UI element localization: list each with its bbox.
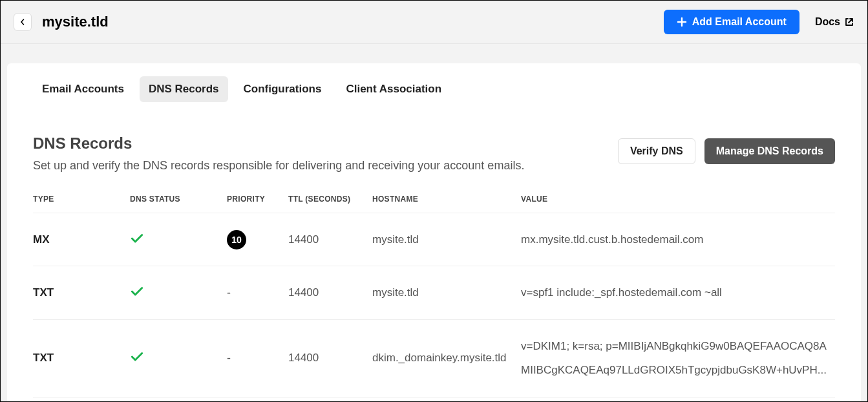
type-cell: TXT: [33, 352, 130, 365]
value-cell: mx.mysite.tld.cust.b.hostedemail.com: [521, 227, 835, 251]
hostname-cell: dkim._domainkey.mysite.tld: [372, 346, 521, 370]
ttl-cell: 14400: [288, 233, 372, 246]
section-header: DNS Records Set up and verify the DNS re…: [33, 134, 835, 173]
col-priority: PRIORITY: [227, 195, 288, 204]
priority-cell: 10: [227, 230, 288, 249]
priority-cell: -: [227, 352, 288, 365]
ttl-cell: 14400: [288, 286, 372, 299]
col-status: DNS STATUS: [130, 195, 227, 204]
table-row: TXT - 14400 dkim._domainkey.mysite.tld v…: [33, 320, 835, 397]
col-value: VALUE: [521, 195, 835, 204]
section-actions: Verify DNS Manage DNS Records: [618, 138, 835, 164]
top-bar-left: mysite.tld: [14, 13, 109, 31]
manage-dns-records-button[interactable]: Manage DNS Records: [704, 138, 835, 164]
external-link-icon: [844, 17, 854, 27]
back-button[interactable]: [14, 13, 32, 31]
docs-link[interactable]: Docs: [815, 16, 854, 28]
value-cell: v=DKIM1; k=rsa; p=MIIBIjANBgkqhkiG9w0BAQ…: [521, 334, 835, 383]
type-cell: TXT: [33, 286, 130, 299]
check-icon: [130, 231, 144, 246]
hostname-cell: mysite.tld: [372, 280, 521, 304]
top-bar: mysite.tld Add Email Account Docs: [1, 1, 867, 44]
tab-email-accounts[interactable]: Email Accounts: [33, 76, 133, 102]
hostname-cell: mysite.tld: [372, 227, 521, 251]
section-description: Set up and verify the DNS records respon…: [33, 159, 524, 173]
col-ttl: TTL (SECONDS): [288, 195, 372, 204]
tabs: Email Accounts DNS Records Configuration…: [33, 63, 835, 102]
type-cell: MX: [33, 233, 130, 246]
status-cell: [130, 284, 227, 301]
col-hostname: HOSTNAME: [372, 195, 521, 204]
status-cell: [130, 350, 227, 366]
col-type: TYPE: [33, 195, 130, 204]
status-cell: [130, 231, 227, 248]
content-wrap: Email Accounts DNS Records Configuration…: [1, 44, 867, 402]
plus-icon: [677, 17, 687, 27]
section-title: DNS Records: [33, 134, 524, 153]
docs-label: Docs: [815, 16, 840, 28]
add-email-account-button[interactable]: Add Email Account: [664, 10, 799, 34]
check-icon: [130, 284, 144, 299]
table-header: TYPE DNS STATUS PRIORITY TTL (SECONDS) H…: [33, 195, 835, 213]
verify-dns-button[interactable]: Verify DNS: [618, 138, 695, 164]
tab-client-association[interactable]: Client Association: [337, 76, 450, 102]
card: Email Accounts DNS Records Configuration…: [7, 63, 861, 402]
priority-cell: -: [227, 286, 288, 300]
section-text: DNS Records Set up and verify the DNS re…: [33, 134, 524, 173]
table-row: MX 10 14400 mysite.tld mx.mysite.tld.cus…: [33, 213, 835, 266]
ttl-cell: 14400: [288, 352, 372, 365]
chevron-left-icon: [19, 19, 26, 25]
add-email-account-label: Add Email Account: [692, 16, 787, 28]
priority-badge: 10: [227, 230, 246, 249]
top-bar-right: Add Email Account Docs: [664, 10, 854, 34]
value-cell: v=spf1 include:_spf.hostedemail.com ~all: [521, 280, 835, 304]
tab-configurations[interactable]: Configurations: [235, 76, 331, 102]
check-icon: [130, 350, 144, 364]
dns-table: TYPE DNS STATUS PRIORITY TTL (SECONDS) H…: [33, 195, 835, 397]
page-title: mysite.tld: [42, 14, 109, 30]
table-row: TXT - 14400 mysite.tld v=spf1 include:_s…: [33, 266, 835, 319]
tab-dns-records[interactable]: DNS Records: [140, 76, 228, 102]
